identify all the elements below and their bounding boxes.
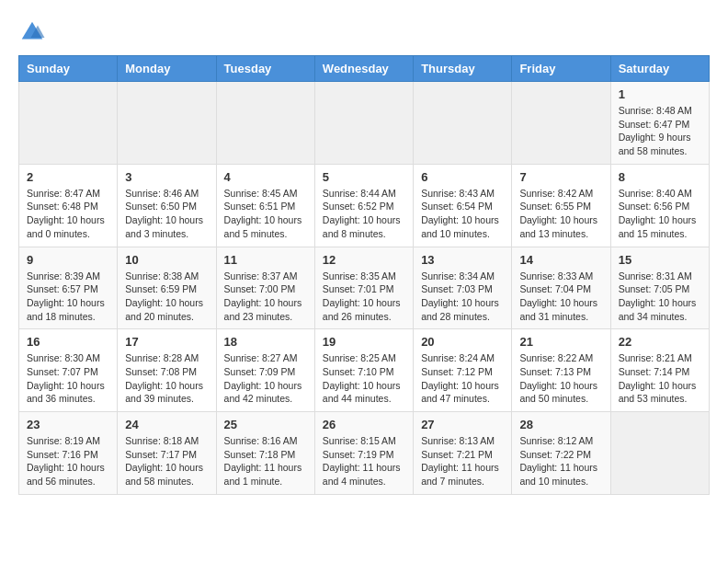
day-cell: 26Sunrise: 8:15 AM Sunset: 7:19 PM Dayli… [314,412,413,495]
day-number: 23 [27,418,109,431]
day-number: 24 [125,418,208,431]
week-row-1: 1Sunrise: 8:48 AM Sunset: 6:47 PM Daylig… [19,82,710,165]
day-cell: 14Sunrise: 8:33 AM Sunset: 7:04 PM Dayli… [512,247,610,329]
day-number: 22 [619,335,701,349]
day-info: Sunrise: 8:12 AM Sunset: 7:22 PM Dayligh… [519,434,602,488]
day-info: Sunrise: 8:33 AM Sunset: 7:04 PM Dayligh… [519,270,602,324]
day-cell: 19Sunrise: 8:25 AM Sunset: 7:10 PM Dayli… [314,329,413,412]
day-cell: 9Sunrise: 8:39 AM Sunset: 6:57 PM Daylig… [19,247,118,329]
day-cell: 10Sunrise: 8:38 AM Sunset: 6:59 PM Dayli… [118,247,216,329]
day-cell: 4Sunrise: 8:45 AM Sunset: 6:51 PM Daylig… [216,164,314,247]
day-info: Sunrise: 8:48 AM Sunset: 6:47 PM Dayligh… [619,104,701,158]
day-info: Sunrise: 8:15 AM Sunset: 7:19 PM Dayligh… [323,434,405,488]
day-cell: 5Sunrise: 8:44 AM Sunset: 6:52 PM Daylig… [314,164,413,247]
day-number: 10 [125,253,208,267]
day-cell [414,82,512,165]
day-number: 18 [224,335,307,349]
day-number: 12 [323,253,405,267]
calendar-table: SundayMondayTuesdayWednesdayThursdayFrid… [18,55,710,495]
day-info: Sunrise: 8:40 AM Sunset: 6:56 PM Dayligh… [619,187,701,241]
day-info: Sunrise: 8:25 AM Sunset: 7:10 PM Dayligh… [323,351,405,406]
day-cell: 1Sunrise: 8:48 AM Sunset: 6:47 PM Daylig… [610,82,709,165]
day-number: 17 [125,335,208,349]
day-info: Sunrise: 8:21 AM Sunset: 7:14 PM Dayligh… [619,351,701,406]
day-cell [314,82,413,165]
day-cell: 20Sunrise: 8:24 AM Sunset: 7:12 PM Dayli… [414,329,512,412]
page-header [18,18,710,46]
day-info: Sunrise: 8:28 AM Sunset: 7:08 PM Dayligh… [125,351,208,406]
day-cell: 3Sunrise: 8:46 AM Sunset: 6:50 PM Daylig… [118,164,216,247]
day-info: Sunrise: 8:45 AM Sunset: 6:51 PM Dayligh… [224,187,307,241]
day-number: 21 [519,335,602,349]
day-info: Sunrise: 8:46 AM Sunset: 6:50 PM Dayligh… [125,187,208,241]
day-cell: 6Sunrise: 8:43 AM Sunset: 6:54 PM Daylig… [414,164,512,247]
day-number: 8 [619,170,701,184]
day-cell: 11Sunrise: 8:37 AM Sunset: 7:00 PM Dayli… [216,247,314,329]
day-number: 9 [27,253,109,267]
day-cell: 21Sunrise: 8:22 AM Sunset: 7:13 PM Dayli… [512,329,610,412]
day-info: Sunrise: 8:34 AM Sunset: 7:03 PM Dayligh… [421,270,504,324]
day-cell [19,82,118,165]
day-cell: 16Sunrise: 8:30 AM Sunset: 7:07 PM Dayli… [19,329,118,412]
week-row-3: 9Sunrise: 8:39 AM Sunset: 6:57 PM Daylig… [19,247,710,329]
week-row-4: 16Sunrise: 8:30 AM Sunset: 7:07 PM Dayli… [19,329,710,412]
day-header-wednesday: Wednesday [314,56,413,82]
day-info: Sunrise: 8:44 AM Sunset: 6:52 PM Dayligh… [323,187,405,241]
day-cell: 17Sunrise: 8:28 AM Sunset: 7:08 PM Dayli… [118,329,216,412]
logo-icon [18,18,46,46]
day-cell: 18Sunrise: 8:27 AM Sunset: 7:09 PM Dayli… [216,329,314,412]
day-info: Sunrise: 8:19 AM Sunset: 7:16 PM Dayligh… [27,434,109,488]
day-info: Sunrise: 8:39 AM Sunset: 6:57 PM Dayligh… [27,270,109,324]
day-cell: 13Sunrise: 8:34 AM Sunset: 7:03 PM Dayli… [414,247,512,329]
day-info: Sunrise: 8:13 AM Sunset: 7:21 PM Dayligh… [421,434,504,488]
day-cell [216,82,314,165]
day-info: Sunrise: 8:22 AM Sunset: 7:13 PM Dayligh… [519,351,602,406]
day-cell: 22Sunrise: 8:21 AM Sunset: 7:14 PM Dayli… [610,329,709,412]
day-number: 25 [224,418,307,431]
day-cell: 15Sunrise: 8:31 AM Sunset: 7:05 PM Dayli… [610,247,709,329]
day-info: Sunrise: 8:27 AM Sunset: 7:09 PM Dayligh… [224,351,307,406]
day-info: Sunrise: 8:24 AM Sunset: 7:12 PM Dayligh… [421,351,504,406]
day-info: Sunrise: 8:18 AM Sunset: 7:17 PM Dayligh… [125,434,208,488]
day-number: 7 [519,170,602,184]
day-header-tuesday: Tuesday [216,56,314,82]
day-cell: 2Sunrise: 8:47 AM Sunset: 6:48 PM Daylig… [19,164,118,247]
day-cell: 7Sunrise: 8:42 AM Sunset: 6:55 PM Daylig… [512,164,610,247]
day-header-saturday: Saturday [610,56,709,82]
logo [18,18,50,46]
day-number: 26 [323,418,405,431]
day-number: 19 [323,335,405,349]
day-number: 11 [224,253,307,267]
day-number: 5 [323,170,405,184]
day-header-thursday: Thursday [414,56,512,82]
days-header-row: SundayMondayTuesdayWednesdayThursdayFrid… [19,56,710,82]
day-cell [512,82,610,165]
day-header-sunday: Sunday [19,56,118,82]
day-number: 28 [519,418,602,431]
day-number: 20 [421,335,504,349]
day-info: Sunrise: 8:16 AM Sunset: 7:18 PM Dayligh… [224,434,307,488]
day-cell: 25Sunrise: 8:16 AM Sunset: 7:18 PM Dayli… [216,412,314,495]
day-number: 14 [519,253,602,267]
day-header-monday: Monday [118,56,216,82]
day-number: 15 [619,253,701,267]
day-number: 2 [27,170,109,184]
day-header-friday: Friday [512,56,610,82]
day-number: 1 [619,87,701,101]
day-info: Sunrise: 8:35 AM Sunset: 7:01 PM Dayligh… [323,270,405,324]
day-cell [610,412,709,495]
day-number: 4 [224,170,307,184]
day-info: Sunrise: 8:47 AM Sunset: 6:48 PM Dayligh… [27,187,109,241]
day-cell: 8Sunrise: 8:40 AM Sunset: 6:56 PM Daylig… [610,164,709,247]
day-cell: 23Sunrise: 8:19 AM Sunset: 7:16 PM Dayli… [19,412,118,495]
day-info: Sunrise: 8:30 AM Sunset: 7:07 PM Dayligh… [27,351,109,406]
day-info: Sunrise: 8:42 AM Sunset: 6:55 PM Dayligh… [519,187,602,241]
day-number: 27 [421,418,504,431]
week-row-5: 23Sunrise: 8:19 AM Sunset: 7:16 PM Dayli… [19,412,710,495]
day-number: 13 [421,253,504,267]
day-cell [118,82,216,165]
day-number: 3 [125,170,208,184]
day-number: 16 [27,335,109,349]
day-cell: 28Sunrise: 8:12 AM Sunset: 7:22 PM Dayli… [512,412,610,495]
week-row-2: 2Sunrise: 8:47 AM Sunset: 6:48 PM Daylig… [19,164,710,247]
